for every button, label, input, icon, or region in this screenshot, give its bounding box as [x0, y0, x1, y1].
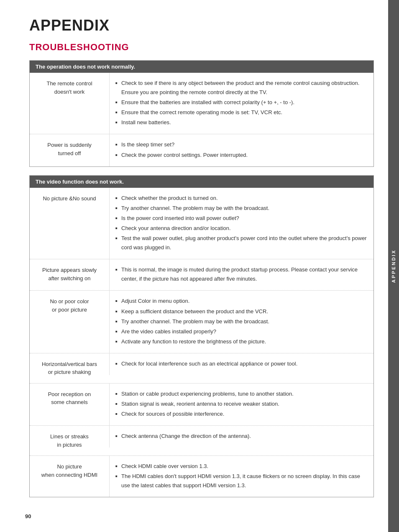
list-item: Try another channel. The problem may be … [115, 204, 368, 213]
row-label: No picturewhen connecting HDMI [30, 456, 109, 486]
page-number: 90 [25, 513, 31, 519]
list-item: Check antenna (Change the direction of t… [115, 432, 368, 441]
list-item: Check for local interference such as an … [115, 359, 368, 368]
list-item: Are the video cables installed properly? [115, 327, 368, 336]
row-label: The remote controldoesn't work [30, 73, 109, 102]
row-label: Picture appears slowlyafter switching on [30, 259, 109, 289]
list-item: Check the power control settings. Power … [115, 151, 368, 160]
row-content: Station or cable product experiencing pr… [109, 384, 373, 425]
row-label: No or poor coloror poor picture [30, 291, 109, 320]
table-header: The operation does not work normally. [30, 61, 373, 73]
row-content: Is the sleep timer set?Check the power c… [109, 134, 373, 166]
row-content: Check antenna (Change the direction of t… [109, 426, 373, 448]
row-content: Check to see if there is any object betw… [109, 73, 373, 134]
table-row: No picture &No soundCheck whether the pr… [30, 188, 373, 260]
list-item: Activate any function to restore the bri… [115, 337, 368, 346]
list-item: This is normal, the image is muted durin… [115, 265, 368, 284]
list-item: Check your antenna direction and/or loca… [115, 224, 368, 233]
page-title: APPENDIX [29, 17, 374, 34]
table-row: The remote controldoesn't workCheck to s… [30, 73, 373, 134]
list-item: Check HDMI cable over version 1.3. [115, 462, 368, 471]
table: The operation does not work normally.The… [29, 60, 374, 167]
list-item: Station signal is weak, reorient antenna… [115, 399, 368, 409]
table-row: No picturewhen connecting HDMICheck HDMI… [30, 456, 373, 497]
tables-container: The operation does not work normally.The… [29, 60, 374, 497]
list-item: Check to see if there is any object betw… [115, 79, 368, 97]
sidebar-label: APPENDIX [391, 249, 396, 283]
row-label: Poor reception onsome channels [30, 384, 109, 413]
row-content: Check HDMI cable over version 1.3.The HD… [109, 456, 373, 497]
table-row: Power is suddenlyturned offIs the sleep … [30, 134, 373, 166]
list-item: Try another channel. The problem may be … [115, 317, 368, 326]
section-title: TROUBLESHOOTING [29, 42, 374, 53]
list-item: Is the power cord inserted into wall pow… [115, 214, 368, 223]
list-item: Check for sources of possible interferen… [115, 409, 368, 419]
list-item: Is the sleep timer set? [115, 140, 368, 149]
list-item: Keep a sufficient distance between the p… [115, 307, 368, 316]
table-row: Horizontal/vertical barsor picture shaki… [30, 353, 373, 384]
sidebar-bar: APPENDIX [388, 0, 399, 532]
row-label: Horizontal/vertical barsor picture shaki… [30, 353, 109, 383]
row-content: Adjust Color in menu option.Keep a suffi… [109, 291, 373, 353]
row-label: Power is suddenlyturned off [30, 134, 109, 164]
list-item: Station or cable product experiencing pr… [115, 389, 368, 399]
table-row: Picture appears slowlyafter switching on… [30, 259, 373, 291]
list-item: Ensure that the batteries are installed … [115, 98, 368, 107]
list-item: Test the wall power outlet, plug another… [115, 234, 368, 252]
table-row: No or poor coloror poor pictureAdjust Co… [30, 291, 373, 353]
list-item: Ensure that the correct remote operating… [115, 108, 368, 117]
table-row: Poor reception onsome channelsStation or… [30, 384, 373, 426]
row-content: This is normal, the image is muted durin… [109, 259, 373, 290]
row-content: Check for local interference such as an … [109, 353, 373, 375]
table: The video function does not work.No pict… [29, 175, 374, 498]
list-item: Install new batteries. [115, 118, 368, 127]
table-header: The video function does not work. [30, 176, 373, 188]
row-content: Check whether the product is turned on.T… [109, 188, 373, 259]
row-label: Lines or streaksin pictures [30, 426, 109, 455]
list-item: Check whether the product is turned on. [115, 194, 368, 203]
list-item: The HDMI cables don't support HDMI versi… [115, 472, 368, 490]
list-item: Adjust Color in menu option. [115, 297, 368, 306]
row-label: No picture &No sound [30, 188, 109, 210]
table-row: Lines or streaksin picturesCheck antenna… [30, 426, 373, 456]
